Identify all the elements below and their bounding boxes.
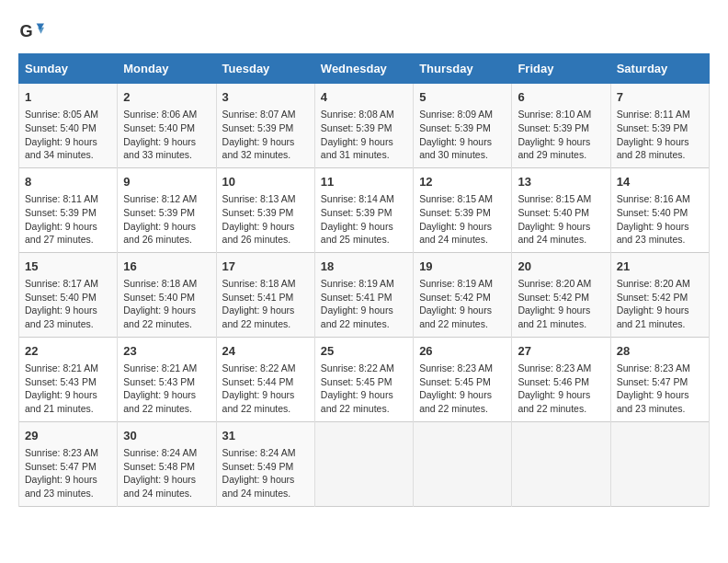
cell-info: Sunrise: 8:10 AMSunset: 5:39 PMDaylight:… xyxy=(518,109,591,160)
cell-info: Sunrise: 8:19 AMSunset: 5:41 PMDaylight:… xyxy=(321,278,394,329)
weekday-header-saturday: Saturday xyxy=(610,54,709,84)
weekday-header-thursday: Thursday xyxy=(414,54,512,84)
calendar-cell: 18Sunrise: 8:19 AMSunset: 5:41 PMDayligh… xyxy=(314,252,413,337)
day-number: 15 xyxy=(25,259,111,275)
calendar-cell: 30Sunrise: 8:24 AMSunset: 5:48 PMDayligh… xyxy=(118,421,216,506)
calendar-cell: 17Sunrise: 8:18 AMSunset: 5:41 PMDayligh… xyxy=(216,252,314,337)
day-number: 25 xyxy=(321,343,407,360)
calendar-cell: 26Sunrise: 8:23 AMSunset: 5:45 PMDayligh… xyxy=(414,337,512,421)
calendar-cell: 19Sunrise: 8:19 AMSunset: 5:42 PMDayligh… xyxy=(414,252,512,337)
header: G xyxy=(18,18,710,44)
day-number: 4 xyxy=(321,89,407,106)
cell-info: Sunrise: 8:05 AMSunset: 5:40 PMDaylight:… xyxy=(25,109,98,160)
calendar-cell: 7Sunrise: 8:11 AMSunset: 5:39 PMDaylight… xyxy=(610,84,709,168)
calendar-table: SundayMondayTuesdayWednesdayThursdayFrid… xyxy=(18,53,710,507)
calendar-cell xyxy=(314,421,413,506)
cell-info: Sunrise: 8:23 AMSunset: 5:47 PMDaylight:… xyxy=(25,447,98,499)
cell-info: Sunrise: 8:21 AMSunset: 5:43 PMDaylight:… xyxy=(123,362,197,414)
logo: G xyxy=(18,18,48,44)
calendar-cell xyxy=(512,421,610,506)
day-number: 24 xyxy=(222,343,309,360)
day-number: 28 xyxy=(617,343,703,360)
cell-info: Sunrise: 8:15 AMSunset: 5:40 PMDaylight:… xyxy=(518,193,591,245)
day-number: 6 xyxy=(518,89,604,106)
cell-info: Sunrise: 8:09 AMSunset: 5:39 PMDaylight:… xyxy=(419,109,493,160)
day-number: 22 xyxy=(25,343,111,360)
day-number: 13 xyxy=(518,174,604,190)
calendar-cell: 3Sunrise: 8:07 AMSunset: 5:39 PMDaylight… xyxy=(216,84,314,168)
calendar-cell: 15Sunrise: 8:17 AMSunset: 5:40 PMDayligh… xyxy=(19,252,118,337)
day-number: 31 xyxy=(222,428,309,444)
cell-info: Sunrise: 8:08 AMSunset: 5:39 PMDaylight:… xyxy=(321,109,394,160)
cell-info: Sunrise: 8:23 AMSunset: 5:45 PMDaylight:… xyxy=(419,362,493,414)
calendar-cell: 20Sunrise: 8:20 AMSunset: 5:42 PMDayligh… xyxy=(512,252,610,337)
calendar-cell: 10Sunrise: 8:13 AMSunset: 5:39 PMDayligh… xyxy=(216,167,314,252)
calendar-cell: 14Sunrise: 8:16 AMSunset: 5:40 PMDayligh… xyxy=(610,167,709,252)
day-number: 26 xyxy=(419,343,506,360)
calendar-cell: 29Sunrise: 8:23 AMSunset: 5:47 PMDayligh… xyxy=(19,421,118,506)
calendar-cell: 4Sunrise: 8:08 AMSunset: 5:39 PMDaylight… xyxy=(314,84,413,168)
day-number: 12 xyxy=(419,174,506,190)
day-number: 23 xyxy=(123,343,210,360)
cell-info: Sunrise: 8:18 AMSunset: 5:40 PMDaylight:… xyxy=(123,278,197,329)
calendar-cell: 24Sunrise: 8:22 AMSunset: 5:44 PMDayligh… xyxy=(216,337,314,421)
calendar-cell xyxy=(610,421,709,506)
calendar-cell: 11Sunrise: 8:14 AMSunset: 5:39 PMDayligh… xyxy=(314,167,413,252)
day-number: 27 xyxy=(518,343,604,360)
calendar-header: SundayMondayTuesdayWednesdayThursdayFrid… xyxy=(19,54,710,84)
calendar-cell: 12Sunrise: 8:15 AMSunset: 5:39 PMDayligh… xyxy=(414,167,512,252)
cell-info: Sunrise: 8:06 AMSunset: 5:40 PMDaylight:… xyxy=(123,109,197,160)
cell-info: Sunrise: 8:20 AMSunset: 5:42 PMDaylight:… xyxy=(518,278,591,329)
cell-info: Sunrise: 8:18 AMSunset: 5:41 PMDaylight:… xyxy=(222,278,296,329)
day-number: 8 xyxy=(25,174,111,190)
calendar-cell: 31Sunrise: 8:24 AMSunset: 5:49 PMDayligh… xyxy=(216,421,314,506)
cell-info: Sunrise: 8:22 AMSunset: 5:45 PMDaylight:… xyxy=(321,362,394,414)
calendar-cell: 13Sunrise: 8:15 AMSunset: 5:40 PMDayligh… xyxy=(512,167,610,252)
cell-info: Sunrise: 8:15 AMSunset: 5:39 PMDaylight:… xyxy=(419,193,493,245)
day-number: 7 xyxy=(617,89,703,106)
logo-icon: G xyxy=(18,18,44,44)
day-number: 20 xyxy=(518,259,604,275)
weekday-header-tuesday: Tuesday xyxy=(216,54,314,84)
cell-info: Sunrise: 8:12 AMSunset: 5:39 PMDaylight:… xyxy=(123,193,197,245)
weekday-header-friday: Friday xyxy=(512,54,610,84)
weekday-header-monday: Monday xyxy=(118,54,216,84)
cell-info: Sunrise: 8:11 AMSunset: 5:39 PMDaylight:… xyxy=(617,109,690,160)
svg-marker-2 xyxy=(38,28,44,34)
calendar-cell: 28Sunrise: 8:23 AMSunset: 5:47 PMDayligh… xyxy=(610,337,709,421)
cell-info: Sunrise: 8:07 AMSunset: 5:39 PMDaylight:… xyxy=(222,109,296,160)
calendar-cell: 25Sunrise: 8:22 AMSunset: 5:45 PMDayligh… xyxy=(314,337,413,421)
day-number: 10 xyxy=(222,174,309,190)
day-number: 2 xyxy=(123,89,210,106)
day-number: 17 xyxy=(222,259,309,275)
cell-info: Sunrise: 8:14 AMSunset: 5:39 PMDaylight:… xyxy=(321,193,394,245)
day-number: 14 xyxy=(617,174,703,190)
day-number: 1 xyxy=(25,89,111,106)
cell-info: Sunrise: 8:21 AMSunset: 5:43 PMDaylight:… xyxy=(25,362,98,414)
calendar-cell: 9Sunrise: 8:12 AMSunset: 5:39 PMDaylight… xyxy=(118,167,216,252)
day-number: 11 xyxy=(321,174,407,190)
day-number: 21 xyxy=(617,259,703,275)
cell-info: Sunrise: 8:17 AMSunset: 5:40 PMDaylight:… xyxy=(25,278,98,329)
calendar-cell: 8Sunrise: 8:11 AMSunset: 5:39 PMDaylight… xyxy=(19,167,118,252)
cell-info: Sunrise: 8:24 AMSunset: 5:49 PMDaylight:… xyxy=(222,447,296,499)
weekday-header-sunday: Sunday xyxy=(19,54,118,84)
day-number: 3 xyxy=(222,89,309,106)
day-number: 16 xyxy=(123,259,210,275)
day-number: 19 xyxy=(419,259,506,275)
calendar-cell: 22Sunrise: 8:21 AMSunset: 5:43 PMDayligh… xyxy=(19,337,118,421)
day-number: 29 xyxy=(25,428,111,444)
calendar-cell: 27Sunrise: 8:23 AMSunset: 5:46 PMDayligh… xyxy=(512,337,610,421)
cell-info: Sunrise: 8:23 AMSunset: 5:47 PMDaylight:… xyxy=(617,362,690,414)
weekday-header-wednesday: Wednesday xyxy=(314,54,413,84)
calendar-cell: 2Sunrise: 8:06 AMSunset: 5:40 PMDaylight… xyxy=(118,84,216,168)
calendar-cell: 5Sunrise: 8:09 AMSunset: 5:39 PMDaylight… xyxy=(414,84,512,168)
svg-text:G: G xyxy=(19,22,32,40)
cell-info: Sunrise: 8:20 AMSunset: 5:42 PMDaylight:… xyxy=(617,278,690,329)
cell-info: Sunrise: 8:11 AMSunset: 5:39 PMDaylight:… xyxy=(25,193,98,245)
calendar-cell: 6Sunrise: 8:10 AMSunset: 5:39 PMDaylight… xyxy=(512,84,610,168)
calendar-cell: 16Sunrise: 8:18 AMSunset: 5:40 PMDayligh… xyxy=(118,252,216,337)
day-number: 9 xyxy=(123,174,210,190)
cell-info: Sunrise: 8:22 AMSunset: 5:44 PMDaylight:… xyxy=(222,362,296,414)
cell-info: Sunrise: 8:16 AMSunset: 5:40 PMDaylight:… xyxy=(617,193,690,245)
